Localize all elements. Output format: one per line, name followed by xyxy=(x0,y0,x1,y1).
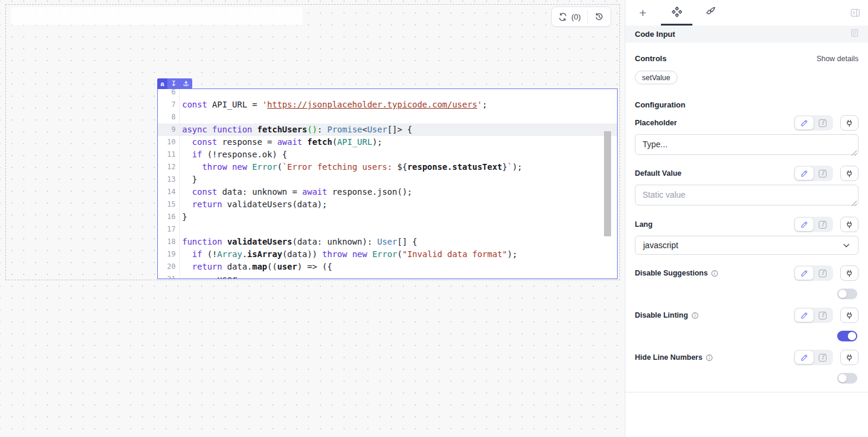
code-line: 16} xyxy=(158,211,617,223)
code-line-text: function validateUsers(data: unknown): U… xyxy=(180,236,417,248)
line-number: 7 xyxy=(158,99,180,111)
pencil-icon xyxy=(800,311,809,320)
field-disable-linting: Disable Linting f xyxy=(635,308,859,323)
disable-linting-label: Disable Linting xyxy=(635,311,699,319)
tab-properties[interactable] xyxy=(660,0,694,26)
js-mode-button[interactable]: f xyxy=(813,351,832,364)
bind-data-button[interactable] xyxy=(840,115,859,131)
function-icon: f xyxy=(819,270,826,277)
toggle-knob xyxy=(848,332,856,340)
panel-section-divider xyxy=(625,392,868,392)
code-line: 10 const response = await fetch(API_URL)… xyxy=(158,136,617,148)
default-value-input[interactable] xyxy=(635,185,859,205)
code-line: 20 return data.map((user) => ({ xyxy=(158,261,617,273)
tab-add-widget[interactable]: + xyxy=(626,0,660,26)
value-mode-segmented: f xyxy=(794,115,833,131)
code-line: 21 ...user, xyxy=(158,273,617,278)
js-mode-button[interactable]: f xyxy=(813,267,832,280)
auto-height-icon[interactable]: ↧ xyxy=(167,78,180,89)
code-line: 6 xyxy=(158,89,617,99)
docs-icon[interactable] xyxy=(850,28,860,40)
lang-select[interactable]: javascript xyxy=(635,236,859,255)
field-disable-suggestions: Disable Suggestions f xyxy=(635,265,859,281)
code-line-text xyxy=(180,111,182,124)
field-placeholder: Placeholder f xyxy=(635,115,859,131)
configuration-heading: Configuration xyxy=(635,100,859,109)
code-line: 15 return validateUsers(data); xyxy=(158,198,617,211)
panel-tabs: + xyxy=(625,0,868,26)
js-mode-button[interactable]: f xyxy=(813,218,832,231)
edit-mode-button[interactable] xyxy=(795,309,813,322)
js-mode-button[interactable]: f xyxy=(813,309,832,322)
anchor-icon[interactable]: ⚓ xyxy=(180,78,192,89)
plug-icon xyxy=(845,220,854,229)
js-mode-button[interactable]: f xyxy=(813,116,832,129)
value-mode-segmented: f xyxy=(794,166,833,181)
bind-data-button[interactable] xyxy=(840,350,859,365)
placeholder-input[interactable]: Type... xyxy=(635,134,859,155)
pencil-icon xyxy=(800,119,809,128)
bind-data-button[interactable] xyxy=(840,217,859,232)
refresh-button[interactable]: (0) xyxy=(552,7,587,26)
lang-select-value: javascript xyxy=(643,240,678,250)
bind-data-button[interactable] xyxy=(840,166,859,181)
line-number: 21 xyxy=(158,273,180,278)
value-mode-segmented: f xyxy=(794,350,833,365)
edit-mode-button[interactable] xyxy=(795,116,813,129)
value-mode-segmented: f xyxy=(794,308,833,323)
history-icon xyxy=(594,12,604,21)
collapse-panel-icon[interactable] xyxy=(850,7,861,21)
code-line: 18function validateUsers(data: unknown):… xyxy=(158,236,617,248)
code-line-text: if (!Array.isArray(data)) throw new Erro… xyxy=(180,248,517,261)
code-line-text: ...user, xyxy=(180,273,242,278)
pencil-icon xyxy=(800,353,809,362)
line-number: 13 xyxy=(158,173,180,186)
code-input-widget[interactable]: a ↧ ⚓ 67const API_URL = 'https://jsonpla… xyxy=(157,88,618,279)
widget-name-tag[interactable]: a ↧ ⚓ xyxy=(157,78,192,89)
editor-scrollbar[interactable] xyxy=(604,131,611,236)
pencil-icon xyxy=(800,220,809,229)
property-panel: + Code Input xyxy=(625,0,868,437)
bind-data-button[interactable] xyxy=(840,308,859,323)
edit-mode-button[interactable] xyxy=(795,167,813,180)
line-number: 18 xyxy=(158,236,180,248)
code-line-text: } xyxy=(180,173,197,186)
line-number: 8 xyxy=(158,111,180,124)
line-number: 15 xyxy=(158,198,180,211)
show-details-link[interactable]: Show details xyxy=(816,55,859,63)
line-number: 10 xyxy=(158,136,180,148)
tab-style[interactable] xyxy=(694,0,727,26)
edit-mode-button[interactable] xyxy=(795,218,813,231)
line-number: 12 xyxy=(158,161,180,173)
disable-suggestions-toggle[interactable] xyxy=(837,289,857,299)
code-line-text: const response = await fetch(API_URL); xyxy=(180,136,382,148)
bind-data-button[interactable] xyxy=(840,265,859,281)
line-number: 19 xyxy=(158,248,180,261)
line-number: 9 xyxy=(158,124,180,136)
code-lines: 67const API_URL = 'https://jsonplacehold… xyxy=(158,89,617,278)
value-mode-segmented: f xyxy=(794,217,833,232)
code-line: 7const API_URL = 'https://jsonplaceholde… xyxy=(158,99,617,111)
field-lang: Lang f xyxy=(635,217,859,232)
edit-mode-button[interactable] xyxy=(795,267,813,280)
controls-section: Controls Show details setValue xyxy=(635,54,859,84)
plus-icon: + xyxy=(639,7,646,19)
history-button[interactable] xyxy=(588,7,611,26)
code-line-text: throw new Error(`Error fetching users: $… xyxy=(180,161,522,173)
edit-mode-button[interactable] xyxy=(795,351,813,364)
widget-type-title: Code Input xyxy=(635,30,675,39)
js-mode-button[interactable]: f xyxy=(813,167,832,180)
refresh-count: (0) xyxy=(571,12,581,21)
plug-icon xyxy=(845,311,854,320)
code-editor[interactable]: 67const API_URL = 'https://jsonplacehold… xyxy=(158,89,617,278)
code-line: 11 if (!response.ok) { xyxy=(158,148,617,161)
code-line-text: async function fetchUsers(): Promise<Use… xyxy=(180,124,412,136)
code-line-text xyxy=(180,89,182,99)
lang-label: Lang xyxy=(635,220,653,229)
code-line: 19 if (!Array.isArray(data)) throw new E… xyxy=(158,248,617,261)
line-number: 20 xyxy=(158,261,180,273)
editor-canvas[interactable]: (0) a ↧ ⚓ 67const API_URL = 'https://jso… xyxy=(0,0,625,437)
setvalue-command-chip[interactable]: setValue xyxy=(635,71,678,84)
hide-line-numbers-toggle[interactable] xyxy=(837,373,857,384)
disable-linting-toggle[interactable] xyxy=(837,331,857,341)
